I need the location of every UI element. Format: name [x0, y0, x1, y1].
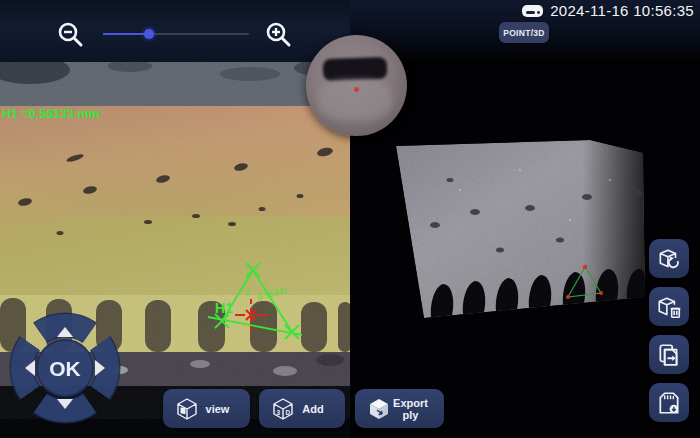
zoom-slider-track[interactable] [103, 33, 249, 35]
reset-3d-view-button[interactable] [649, 239, 689, 278]
cube-3d-icon: 3 D [271, 397, 295, 421]
ok-button-label: OK [49, 357, 81, 380]
export-file-button[interactable] [649, 335, 689, 374]
datetime-text: 2024-11-16 10:56:35 [550, 2, 694, 19]
zoom-slider-handle[interactable] [144, 29, 154, 39]
export-ply-button-label: Export ply [391, 397, 444, 421]
magnifier-inset [306, 35, 407, 136]
cube-export-icon [367, 397, 391, 421]
view-button-label: view [199, 403, 250, 415]
zoom-out-icon[interactable] [55, 20, 85, 50]
svg-text:3: 3 [277, 409, 281, 416]
zoom-slider-fill [103, 33, 148, 35]
inset-surface-detail [318, 79, 392, 121]
point-name-label: H1 [215, 300, 233, 316]
cube-rotate-icon [656, 246, 682, 272]
vertex-label: 2 [245, 287, 250, 297]
document-export-icon [656, 342, 682, 368]
add-button[interactable]: 3 D Add [259, 389, 345, 428]
dpad-control: OK [8, 312, 122, 426]
cube-trash-icon [656, 294, 682, 320]
cube-wireframe-icon [175, 397, 199, 421]
add-button-label: Add [295, 403, 345, 415]
zoom-slider-control [55, 20, 295, 50]
inset-slot-detail [323, 57, 388, 81]
export-ply-button[interactable]: Export ply [355, 389, 444, 428]
measurement-app: H1 =0.56133 mm H1 2 0.56341 [0, 0, 700, 438]
delete-3d-model-button[interactable] [649, 287, 689, 326]
sd-card-save-icon [656, 390, 682, 416]
measurement-readout: H1 =0.56133 mm [2, 107, 100, 121]
save-to-sd-button[interactable] [649, 383, 689, 422]
svg-text:D: D [286, 409, 291, 416]
zoom-in-icon[interactable] [263, 20, 293, 50]
inset-cursor-dot [354, 87, 359, 92]
point-3d-mode-button[interactable]: POINT/3D [499, 22, 549, 43]
view-button[interactable]: view [163, 389, 250, 428]
clock-group: 2024-11-16 10:56:35 [521, 2, 694, 19]
storage-icon [521, 4, 544, 18]
